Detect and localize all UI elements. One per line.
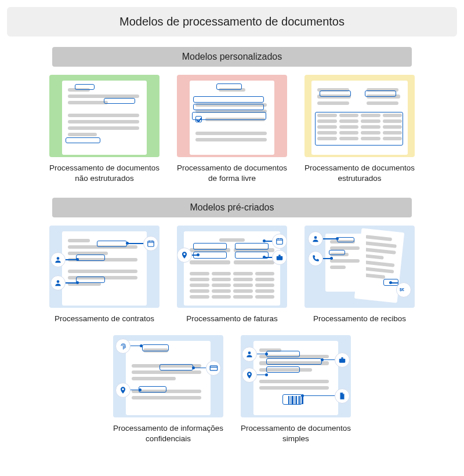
svg-rect-3 [277, 239, 283, 244]
card-receipts: $€ Processamento de recibos [302, 226, 418, 324]
svg-rect-7 [210, 366, 217, 370]
calendar-icon [272, 234, 287, 249]
thumb-invoices [177, 226, 287, 308]
thumb-structured [304, 75, 415, 157]
prebuilt-row-1: Processamento de contratos [6, 226, 458, 324]
fingerprint-icon [115, 339, 130, 354]
section-header-prebuilt: Modelos pré-criados [52, 198, 412, 217]
thumb-sensitive [113, 335, 223, 417]
caption-contracts: Processamento de contratos [55, 314, 154, 324]
svg-point-1 [57, 281, 60, 284]
thumb-contracts [49, 226, 160, 308]
svg-point-8 [248, 351, 251, 354]
briefcase-icon [335, 353, 350, 368]
person-icon [242, 347, 257, 362]
currency-icon: $€ [396, 282, 411, 297]
thumb-simple [241, 335, 351, 417]
svg-rect-2 [148, 241, 154, 246]
person-icon [308, 231, 323, 246]
phone-icon [308, 251, 323, 266]
briefcase-icon [272, 250, 287, 265]
caption-sensitive: Processamento de informações confidencia… [110, 423, 226, 444]
caption-structured: Processamento de documentos estruturados [302, 163, 418, 184]
card-simple: Processamento de documentos simples [238, 335, 354, 444]
custom-models-row: Processamento de documentos não estrutur… [6, 75, 458, 184]
svg-point-5 [314, 237, 317, 239]
card-sensitive: Processamento de informações confidencia… [110, 335, 226, 444]
svg-rect-9 [339, 358, 346, 362]
svg-rect-4 [277, 256, 283, 260]
card-unstructured: Processamento de documentos não estrutur… [46, 75, 162, 184]
svg-text:$€: $€ [400, 288, 404, 292]
location-pin-icon [242, 368, 257, 383]
caption-freeform: Processamento de documentos de forma liv… [174, 163, 290, 184]
card-freeform: Processamento de documentos de forma liv… [174, 75, 290, 184]
caption-unstructured: Processamento de documentos não estrutur… [46, 163, 162, 184]
calendar-icon [143, 236, 158, 251]
thumb-receipts: $€ [304, 226, 415, 308]
page-title: Modelos de processamento de documentos [7, 7, 457, 37]
card-invoices: Processamento de faturas [174, 226, 290, 324]
svg-point-0 [57, 257, 60, 260]
thumb-unstructured [49, 75, 160, 157]
card-structured: Processamento de documentos estruturados [302, 75, 418, 184]
caption-simple: Processamento de documentos simples [238, 423, 354, 444]
card-contracts: Processamento de contratos [46, 226, 162, 324]
section-header-custom: Modelos personalizados [52, 47, 412, 67]
caption-invoices: Processamento de faturas [186, 314, 278, 324]
card-icon [206, 361, 221, 376]
caption-receipts: Processamento de recibos [313, 314, 406, 324]
document-icon [335, 388, 350, 404]
location-pin-icon [115, 383, 130, 398]
thumb-freeform [177, 75, 287, 157]
prebuilt-row-2: Processamento de informações confidencia… [6, 335, 458, 444]
